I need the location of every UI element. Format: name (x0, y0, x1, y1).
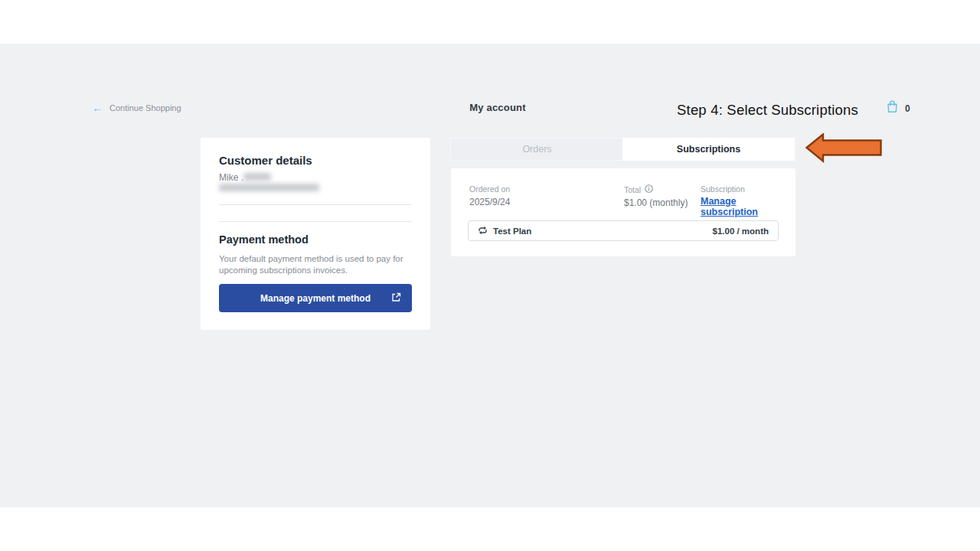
subscription-card: Ordered on 2025/9/24 Total $1.00 (monthl… (451, 168, 795, 256)
continue-shopping-label: Continue Shopping (109, 103, 181, 112)
redacted-last-name (243, 173, 271, 181)
divider (219, 204, 412, 205)
ordered-on-column: Ordered on 2025/9/24 (469, 184, 510, 207)
page-title: My account (413, 102, 582, 113)
shopping-bag-icon (887, 100, 898, 116)
tab-subscriptions[interactable]: Subscriptions (622, 138, 795, 161)
payment-method-heading: Payment method (219, 233, 309, 246)
info-icon[interactable] (645, 184, 653, 194)
annotation-left-arrow-shape (805, 133, 882, 166)
divider (219, 221, 412, 222)
plan-name-label: Test Plan (493, 227, 531, 236)
subscription-column: Subscription Manage subscription (701, 184, 795, 217)
account-tabs: Orders Subscriptions (450, 138, 795, 161)
subscription-column-label: Subscription (701, 184, 795, 194)
customer-details-card: Customer details Mike . Payment method Y… (201, 138, 430, 330)
back-arrow-icon: ← (92, 102, 103, 113)
total-value: $1.00 (monthly) (624, 197, 688, 208)
tab-orders[interactable]: Orders (451, 139, 623, 160)
storefront-screenshot: ← Continue Shopping My account 0 Step 4:… (0, 44, 980, 507)
continue-shopping-link[interactable]: ← Continue Shopping (92, 102, 181, 113)
cart-button[interactable]: 0 (887, 100, 910, 116)
customer-name: Mike . (219, 172, 243, 183)
manage-subscription-link[interactable]: Manage subscription (701, 196, 795, 217)
cart-count-badge: 0 (905, 103, 910, 114)
slide-canvas: ← Continue Shopping My account 0 Step 4:… (0, 0, 980, 551)
recurring-icon (478, 226, 488, 236)
total-label: Total (624, 185, 641, 194)
customer-details-heading: Customer details (219, 154, 312, 167)
annotation-step-label: Step 4: Select Subscriptions (677, 102, 858, 119)
plan-row[interactable]: Test Plan $1.00 / month (468, 220, 779, 241)
redacted-email (219, 184, 319, 191)
manage-payment-method-label: Manage payment method (260, 293, 371, 304)
payment-method-description: Your default payment method is used to p… (219, 253, 416, 276)
ordered-on-value: 2025/9/24 (469, 197, 510, 207)
plan-price-label: $1.00 / month (713, 227, 769, 236)
total-column: Total $1.00 (monthly) (624, 184, 688, 208)
ordered-on-label: Ordered on (469, 184, 510, 194)
external-link-icon (391, 292, 401, 305)
manage-payment-method-button[interactable]: Manage payment method (219, 284, 412, 312)
